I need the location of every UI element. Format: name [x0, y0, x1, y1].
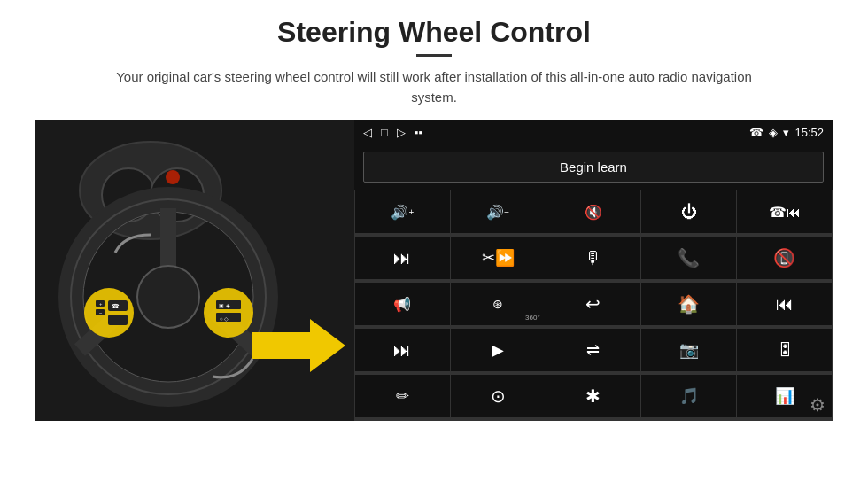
power-button[interactable]: ⏻: [641, 190, 736, 233]
svg-point-4: [166, 170, 180, 184]
call-button[interactable]: 📞: [641, 237, 736, 279]
svg-rect-19: [108, 315, 128, 325]
home-button[interactable]: 🏠: [641, 283, 736, 325]
title-section: Steering Wheel Control Your original car…: [35, 16, 833, 120]
bluetooth-icon: ✱: [585, 385, 601, 407]
bluetooth-button[interactable]: ✱: [546, 375, 641, 417]
back-button[interactable]: ↩: [546, 283, 641, 325]
camera-icon: 📷: [679, 340, 699, 360]
power-icon: ⏻: [681, 203, 697, 222]
mute-button[interactable]: 🔇: [546, 190, 641, 233]
call-icon: 📞: [678, 247, 700, 268]
nav-back-icon[interactable]: ◁: [363, 126, 372, 139]
end-call-button[interactable]: 📵: [737, 237, 832, 279]
android-panel: ◁ □ ▷ ▪▪ ☎ ◈ ▾ 15:52 Begin learn: [354, 120, 833, 421]
title-divider: [416, 54, 452, 57]
vol-up-icon: 🔊: [391, 204, 408, 221]
360-icon: ⊛: [492, 297, 503, 311]
navigate-icon: ▶: [492, 340, 504, 360]
svg-text:+: +: [99, 301, 103, 307]
vol-down-icon: 🔊: [486, 204, 504, 221]
wifi-icon: ▾: [783, 126, 789, 139]
music-icon: 🎵: [679, 386, 699, 406]
gear-icon: ⚙: [810, 395, 825, 415]
page-container: Steering Wheel Control Your original car…: [0, 0, 868, 482]
edit-button[interactable]: ✏: [355, 375, 450, 417]
icon-grid: 🔊+ 🔊− 🔇 ⏻ ☎⏮ ⏭ ✂⏩: [354, 190, 833, 421]
svg-point-11: [137, 266, 199, 328]
circle-button[interactable]: ⊙: [451, 375, 546, 417]
music-button[interactable]: 🎵: [641, 375, 736, 417]
fast-forward-icon: ✂⏩: [482, 248, 515, 268]
status-bar-right: ☎ ◈ ▾ 15:52: [749, 126, 824, 139]
begin-learn-button[interactable]: Begin learn: [363, 152, 824, 183]
speaker-button[interactable]: 📢: [355, 283, 450, 325]
nav-home-icon[interactable]: □: [381, 126, 388, 139]
360-button[interactable]: ⊛ 360°: [451, 283, 546, 325]
camera-button[interactable]: 📷: [641, 329, 736, 371]
next-icon: ⏭: [393, 248, 411, 268]
status-bar: ◁ □ ▷ ▪▪ ☎ ◈ ▾ 15:52: [354, 120, 833, 144]
prev-track-phone-icon: ☎⏮: [769, 204, 801, 221]
steering-wheel-image: + − ☎ ▣ ◈ ○ ◇: [35, 120, 354, 421]
rewind-button[interactable]: ⏮: [737, 283, 832, 325]
equalizer-icon: 📊: [775, 386, 794, 406]
signal-icon: ▪▪: [415, 126, 422, 139]
location-icon: ◈: [769, 126, 778, 139]
svg-text:▣ ◈: ▣ ◈: [219, 303, 230, 308]
mute-icon: 🔇: [585, 204, 602, 221]
end-call-icon: 📵: [773, 247, 795, 268]
sliders-icon: 🎛: [777, 341, 793, 360]
skip-button[interactable]: ⏭: [355, 329, 450, 371]
eq-button[interactable]: ⇌: [546, 329, 641, 371]
edit-icon: ✏: [396, 386, 409, 406]
vol-down-button[interactable]: 🔊−: [451, 190, 546, 233]
begin-learn-row: Begin learn: [354, 144, 833, 190]
mic-icon: 🎙: [585, 248, 602, 268]
nav-recent-icon[interactable]: ▷: [397, 126, 406, 139]
home-icon: 🏠: [678, 293, 700, 315]
rewind-icon: ⏮: [776, 294, 794, 315]
svg-text:−: −: [99, 310, 103, 315]
mic-button[interactable]: 🎙: [546, 237, 641, 279]
content-area: + − ☎ ▣ ◈ ○ ◇: [35, 120, 833, 421]
svg-point-12: [84, 288, 134, 338]
phone-status-icon: ☎: [749, 126, 763, 139]
prev-track-phone-button[interactable]: ☎⏮: [737, 190, 832, 233]
page-title: Steering Wheel Control: [35, 16, 833, 49]
back-icon: ↩: [585, 293, 601, 315]
fast-forward-button[interactable]: ✂⏩: [451, 237, 546, 279]
time-display: 15:52: [794, 126, 824, 139]
next-button[interactable]: ⏭: [355, 237, 450, 279]
page-subtitle: Your original car's steering wheel contr…: [97, 67, 771, 107]
eq-icon: ⇌: [586, 340, 600, 360]
settings-gear-button[interactable]: ⚙: [810, 394, 825, 416]
vol-up-button[interactable]: 🔊+: [355, 190, 450, 233]
status-bar-left: ◁ □ ▷ ▪▪: [363, 126, 422, 139]
speaker-icon: 📢: [393, 296, 411, 313]
skip-icon: ⏭: [393, 340, 411, 361]
svg-text:○ ◇: ○ ◇: [220, 316, 229, 322]
svg-text:☎: ☎: [112, 303, 120, 309]
circle-icon: ⊙: [491, 385, 506, 407]
sliders-button[interactable]: 🎛: [737, 329, 832, 371]
navigate-button[interactable]: ▶: [451, 329, 546, 371]
